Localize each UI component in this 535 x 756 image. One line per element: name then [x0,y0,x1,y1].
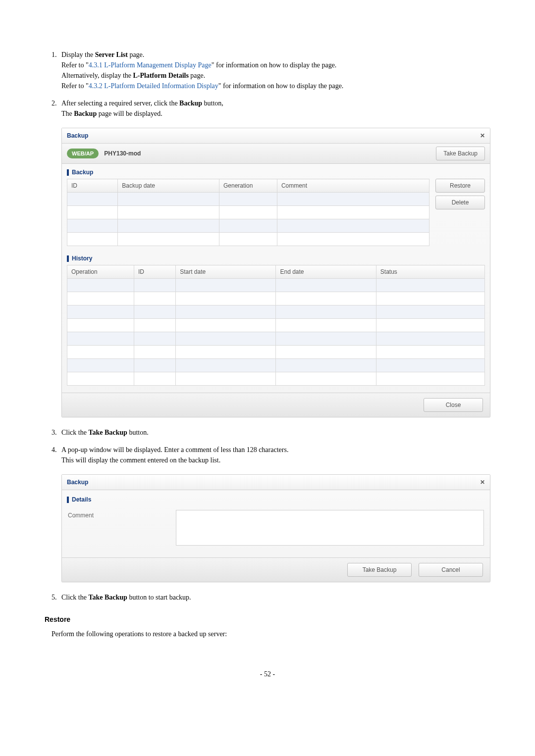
cancel-button[interactable]: Cancel [419,563,483,577]
text: " for information on how to display the … [212,61,337,69]
close-icon[interactable]: ✕ [480,478,485,487]
table-row[interactable] [67,219,429,233]
table-row[interactable] [67,193,429,206]
text: Refer to " [61,61,89,69]
comment-input[interactable] [176,510,484,546]
section-bar-icon [67,255,69,262]
text: The [61,110,74,117]
section-bar-icon [67,497,69,503]
bold-text: Server List [95,51,128,58]
table-row[interactable] [67,292,485,305]
restore-button[interactable]: Restore [435,179,485,193]
step-3: Click the Take Backup button. [58,427,490,438]
table-row[interactable] [67,206,429,219]
col-comment: Comment [277,179,429,193]
server-type-badge: WEB/AP [67,149,99,159]
text: After selecting a required server, click… [61,100,179,107]
col-backup-date: Backup date [118,179,219,193]
bold-text: Take Backup [88,429,127,436]
col-generation: Generation [219,179,277,193]
col-id: ID [67,179,118,193]
table-row[interactable] [67,372,485,386]
text: Refer to " [61,82,89,90]
text: Display the [61,51,95,58]
col-end-date: End date [276,265,376,279]
server-name: PHY130-mod [104,150,141,157]
text: page. [128,51,144,58]
text: button, [202,100,223,107]
step-1: Display the Server List page. Refer to "… [58,50,490,91]
section-bar-icon [67,169,69,176]
close-icon[interactable]: ✕ [480,131,485,140]
backup-table[interactable]: ID Backup date Generation Comment [67,179,429,246]
text: page will be displayed. [97,110,162,117]
section-backup-label: Backup [72,168,93,177]
col-status: Status [376,265,484,279]
restore-heading: Restore [45,614,490,625]
close-button[interactable]: Close [424,398,483,412]
comment-label: Comment [68,510,167,546]
delete-button[interactable]: Delete [435,196,485,209]
table-row[interactable] [67,359,485,372]
link-4-3-1[interactable]: 4.3.1 L-Platform Management Display Page [89,61,212,69]
text: button to start backup. [127,594,191,601]
text: Alternatively, display the [61,72,133,79]
text: " for information on how to display the … [218,82,344,90]
dialog-title: Backup [67,131,88,140]
backup-details-dialog: Backup ✕ Details Comment Take Backup Can… [61,474,490,582]
text: This will display the comment entered on… [61,456,220,464]
backup-dialog: Backup ✕ WEB/AP PHY130-mod Take Backup B… [61,128,490,417]
dialog-title: Backup [67,478,88,487]
text: Click the [61,429,88,436]
col-start-date: Start date [176,265,276,279]
text: page. [189,72,205,79]
table-row[interactable] [67,346,485,359]
table-row[interactable] [67,305,485,319]
section-history-label: History [72,254,92,263]
table-row[interactable] [67,279,485,292]
section-details-label: Details [72,495,91,504]
bold-text: L-Platform Details [133,72,189,79]
bold-text: Take Backup [88,594,127,601]
table-row[interactable] [67,233,429,246]
text: A pop-up window will be displayed. Enter… [61,446,288,454]
col-operation: Operation [67,265,134,279]
link-4-3-2[interactable]: 4.3.2 L-Platform Detailed Information Di… [89,82,218,90]
col-id: ID [134,265,175,279]
text: Click the [61,594,88,601]
history-table[interactable]: Operation ID Start date End date Status [67,265,485,386]
table-row[interactable] [67,332,485,346]
take-backup-button[interactable]: Take Backup [347,563,412,577]
page-number: - 52 - [45,669,490,679]
restore-intro: Perform the following operations to rest… [52,629,490,639]
step-4: A pop-up window will be displayed. Enter… [58,445,490,582]
text: button. [127,429,149,436]
take-backup-button[interactable]: Take Backup [436,147,485,160]
table-row[interactable] [67,319,485,332]
bold-text: Backup [74,110,97,117]
step-2: After selecting a required server, click… [58,98,490,417]
step-5: Click the Take Backup button to start ba… [58,592,490,603]
bold-text: Backup [179,100,202,107]
